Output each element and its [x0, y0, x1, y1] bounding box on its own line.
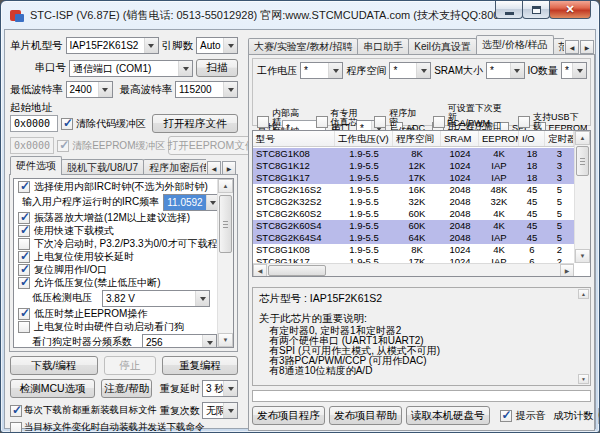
- reload-target-checkbox[interactable]: [10, 405, 22, 417]
- tab-scroll-left-button[interactable]: ◀: [565, 40, 579, 54]
- dropdown-icon[interactable]: [572, 63, 586, 78]
- repeat-delay-combo[interactable]: 3 秒: [202, 380, 238, 397]
- checkbox-icon[interactable]: [374, 116, 386, 128]
- left-tab-0[interactable]: 硬件选项: [10, 156, 62, 175]
- check-mcu-button[interactable]: 检测MCU选项: [10, 379, 95, 398]
- table-row-9[interactable]: STC8G1K171.9-5.517K1024IAP62: [253, 256, 574, 263]
- publish-program-button[interactable]: 发布项目程序: [252, 406, 325, 425]
- chip-info-scrollbar[interactable]: ▲ ▼: [578, 289, 589, 384]
- right-tab-1[interactable]: 串口助手: [357, 38, 409, 54]
- hw-option-6[interactable]: 复位脚用作I/O口: [14, 263, 217, 276]
- help-button[interactable]: 注意/帮助: [101, 379, 152, 398]
- beep-checkbox[interactable]: [500, 410, 512, 422]
- io-count-combo[interactable]: *: [561, 62, 587, 79]
- checkbox-icon[interactable]: [18, 321, 30, 333]
- hw-option-0[interactable]: 选择使用内部IRC时钟(不选为外部时钟): [14, 180, 217, 193]
- table-vertical-scrollbar[interactable]: ▲ ▼: [574, 131, 590, 263]
- dropdown-icon[interactable]: [328, 63, 342, 78]
- scroll-up-icon[interactable]: ▲: [218, 179, 233, 193]
- scrollbar-thumb[interactable]: [576, 146, 589, 176]
- publish-help-button[interactable]: 发布项目帮助: [329, 406, 402, 425]
- table-row-3[interactable]: STC8G2K16S21.9-5.516K204848K455: [253, 184, 574, 196]
- tab-scroll-right-button[interactable]: ▶: [222, 161, 236, 175]
- scrollbar-thumb[interactable]: [219, 195, 232, 253]
- hw-option-11[interactable]: 看门狗定时器分频系数256: [14, 333, 217, 348]
- right-tab-2[interactable]: Keil仿真设置: [408, 38, 477, 54]
- dropdown-icon[interactable]: [223, 381, 237, 396]
- max-baud-combo[interactable]: 115200: [175, 81, 238, 98]
- table-row-1[interactable]: STC8G1K121.9-5.512K1024IAP183: [253, 160, 574, 172]
- checkbox-icon[interactable]: [18, 181, 30, 193]
- tab-scroll-left-button[interactable]: ◀: [207, 161, 221, 175]
- irc-frequency-combo[interactable]: 11.0592: [163, 194, 220, 211]
- hw-option-10[interactable]: 上电复位时由硬件自动启动看门狗: [14, 320, 217, 333]
- column-header-3[interactable]: SRAM: [441, 131, 479, 146]
- checkbox-icon[interactable]: [257, 116, 269, 128]
- option-combo[interactable]: 256: [142, 334, 217, 349]
- filter-check-b-4[interactable]: 支持USB下载: [518, 113, 587, 131]
- code-address-input[interactable]: 0x0000: [10, 115, 58, 132]
- options-scrollbar[interactable]: ▲ ▼: [217, 179, 233, 347]
- column-header-4[interactable]: EEPROM: [479, 131, 519, 146]
- table-row-4[interactable]: STC8G2K32S21.9-5.532K204832K455: [253, 196, 574, 208]
- hw-option-7[interactable]: 允许低压复位(禁止低压中断): [14, 276, 217, 289]
- irc-frequency-option[interactable]: 输入用户程序运行时的IRC频率11.0592MHz: [14, 193, 217, 211]
- column-header-0[interactable]: 型号: [253, 131, 335, 146]
- close-button[interactable]: ✕: [549, 1, 591, 19]
- scroll-left-icon[interactable]: ◀: [253, 264, 267, 277]
- scroll-up-icon[interactable]: ▲: [575, 131, 590, 145]
- maximize-button[interactable]: [522, 1, 550, 19]
- option-combo[interactable]: 3.82 V: [102, 290, 210, 307]
- column-header-2[interactable]: 程序空间: [393, 131, 441, 146]
- hw-option-8[interactable]: 低压检测电压3.82 V: [14, 289, 217, 307]
- mcu-type-combo[interactable]: IAP15F2K61S2: [66, 37, 159, 54]
- table-row-8[interactable]: STC8G1K081.9-5.58K10244K62: [253, 244, 574, 256]
- dropdown-icon[interactable]: [223, 38, 237, 53]
- scrollbar-thumb[interactable]: [268, 265, 326, 276]
- table-row-0[interactable]: STC8G1K081.9-5.58K10244K183: [253, 148, 574, 160]
- table-row-2[interactable]: STC8G1K171.9-5.517K1024IAP183: [253, 172, 574, 184]
- checkbox-icon[interactable]: [518, 116, 530, 128]
- hw-option-9[interactable]: 低压时禁止EEPROM操作: [14, 307, 217, 320]
- dropdown-icon[interactable]: [416, 63, 430, 78]
- table-row-7[interactable]: STC8G2K64S41.9-5.564K2048IAP455: [253, 232, 574, 244]
- sram-combo[interactable]: *: [486, 62, 524, 79]
- dropdown-icon[interactable]: [178, 61, 192, 76]
- minimize-button[interactable]: [495, 1, 523, 19]
- min-baud-combo[interactable]: 2400: [66, 81, 113, 98]
- scroll-right-icon[interactable]: ▶: [560, 264, 574, 277]
- dropdown-icon[interactable]: [195, 291, 209, 306]
- title-bar[interactable]: STC-ISP (V6.87E) (销售电话: 0513-55012928) 官…: [1, 1, 599, 29]
- dropdown-icon[interactable]: [223, 82, 237, 97]
- clear-code-checkbox[interactable]: [61, 118, 73, 130]
- scroll-down-icon[interactable]: ▼: [578, 374, 589, 384]
- hw-option-5[interactable]: 上电复位使用较长延时: [14, 250, 217, 263]
- dropdown-icon[interactable]: [202, 335, 216, 349]
- dropdown-icon[interactable]: [98, 82, 112, 97]
- scroll-up-icon[interactable]: ▲: [578, 289, 589, 299]
- checkbox-icon[interactable]: [18, 308, 30, 320]
- repeat-count-combo[interactable]: 无限: [202, 402, 238, 419]
- dropdown-icon[interactable]: [144, 38, 158, 53]
- right-tab-0[interactable]: 大赛/实验室/教材/招聘: [248, 38, 358, 54]
- left-tab-1[interactable]: 脱机下载/U8/U7: [61, 159, 144, 175]
- scroll-down-icon[interactable]: ▼: [575, 249, 590, 263]
- checkbox-icon[interactable]: [433, 116, 445, 128]
- hw-option-4[interactable]: 下次冷启动时, P3.2/P3.3为0/0才可下载程序: [14, 237, 217, 250]
- serial-port-combo[interactable]: 通信端口 (COM1): [69, 60, 193, 77]
- program-space-combo[interactable]: *: [389, 62, 431, 79]
- repeat-program-button[interactable]: 重复编程: [162, 356, 238, 375]
- dropdown-icon[interactable]: [223, 403, 237, 418]
- checkbox-icon[interactable]: [316, 116, 328, 128]
- download-button[interactable]: 下载/编程: [10, 356, 98, 375]
- table-row-6[interactable]: STC8G2K60S41.9-5.560K20484K455: [253, 220, 574, 232]
- checkbox-icon[interactable]: [18, 277, 30, 289]
- table-header[interactable]: 型号工作电压(V)程序空间SRAMEEPROMI/O定时器: [253, 131, 590, 147]
- right-tab-3[interactable]: 选型/价格/样品: [476, 35, 554, 54]
- table-horizontal-scrollbar[interactable]: ◀ ▶: [253, 263, 574, 276]
- column-header-1[interactable]: 工作电压(V): [335, 131, 393, 146]
- table-row-5[interactable]: STC8G2K60S21.9-5.560K20484K455: [253, 208, 574, 220]
- right-tab-4[interactable]: 范例程序: [553, 38, 564, 54]
- tab-scroll-right-button[interactable]: ▶: [580, 40, 594, 54]
- read-disk-button[interactable]: 读取本机硬盘号: [406, 406, 490, 425]
